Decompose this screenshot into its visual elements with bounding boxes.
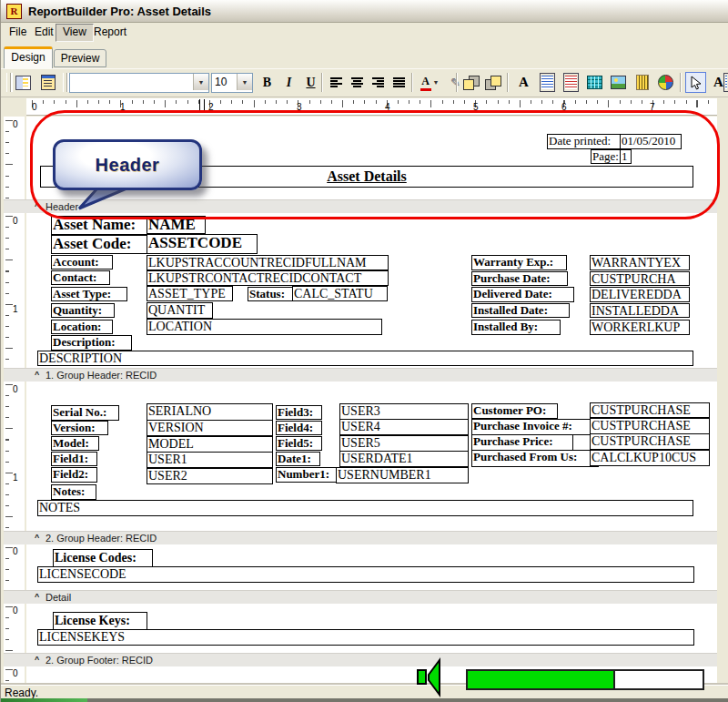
font-name-combo[interactable]: ▼ bbox=[69, 73, 209, 93]
warranty-exp-value-component[interactable]: WARRANTYEX bbox=[590, 255, 690, 270]
chevron-down-icon[interactable]: ▼ bbox=[433, 79, 440, 86]
description-label-component[interactable]: Description: bbox=[51, 335, 132, 351]
band-strip-group-footer[interactable]: ^ 2. Group Footer: RECID bbox=[4, 653, 717, 666]
contact-value-component[interactable]: LKUPSTRCONTACTRECIDCONTACT bbox=[147, 270, 389, 286]
field1-value-component[interactable]: USER1 bbox=[147, 452, 273, 468]
location-value-component[interactable]: LOCATION bbox=[147, 319, 382, 335]
customer-po-value-component[interactable]: CUSTPURCHASE bbox=[590, 402, 710, 418]
notes-label-component[interactable]: Notes: bbox=[51, 484, 96, 500]
menu-report[interactable]: Report bbox=[87, 24, 133, 41]
customer-po-label-component[interactable]: Customer PO: bbox=[471, 403, 558, 419]
collapse-band-icon[interactable]: ^ bbox=[35, 370, 39, 379]
select-tool-button[interactable] bbox=[685, 72, 706, 93]
font-size-value[interactable]: 10 bbox=[212, 74, 237, 92]
date1-value-component[interactable]: USERDATE1 bbox=[339, 451, 469, 467]
purchase-price-value-component[interactable]: CUSTPURCHASE bbox=[590, 433, 710, 450]
notes-value-component[interactable]: NOTES bbox=[37, 500, 693, 516]
contact-label-component[interactable]: Contact: bbox=[51, 270, 110, 285]
collapse-band-icon[interactable]: ^ bbox=[35, 655, 39, 664]
description-value-component[interactable]: DESCRIPTION bbox=[37, 351, 693, 366]
field4-value-component[interactable]: USER4 bbox=[339, 419, 469, 435]
serial-no-label-component[interactable]: Serial No.: bbox=[51, 405, 119, 421]
field1-label-component[interactable]: Field1: bbox=[51, 452, 97, 466]
field3-label-component[interactable]: Field3: bbox=[276, 405, 322, 420]
chevron-down-icon[interactable]: ▼ bbox=[237, 74, 252, 90]
quantity-label-component[interactable]: Quantity: bbox=[51, 303, 115, 318]
data-tree-button[interactable] bbox=[37, 72, 58, 93]
field2-label-component[interactable]: Field2: bbox=[51, 467, 97, 483]
installed-date-label-component[interactable]: Installed Date: bbox=[471, 303, 570, 318]
license-keys-label-component[interactable]: License Keys: bbox=[53, 612, 147, 630]
tab-design[interactable]: Design bbox=[4, 46, 53, 68]
field3-value-component[interactable]: USER3 bbox=[339, 403, 469, 420]
bring-to-front-button[interactable] bbox=[460, 72, 481, 93]
purchase-date-value-component[interactable]: CUSTPURCHA bbox=[590, 271, 690, 286]
app-icon[interactable]: R bbox=[6, 4, 22, 19]
version-value-component[interactable]: VERSION bbox=[147, 420, 273, 436]
purchased-from-us-label-component[interactable]: Purchased From Us: bbox=[471, 450, 599, 467]
warranty-exp-label-component[interactable]: Warranty Exp.: bbox=[471, 255, 567, 270]
status-label-component[interactable]: Status: bbox=[248, 287, 295, 301]
model-value-component[interactable]: MODEL bbox=[147, 436, 273, 453]
quantity-value-component[interactable]: QUANTIT bbox=[147, 302, 213, 319]
purchase-invoice-value-component[interactable]: CUSTPURCHASE bbox=[590, 418, 710, 434]
align-center-button[interactable] bbox=[347, 72, 368, 93]
band-strip-group-header-1[interactable]: ^ 1. Group Header: RECID bbox=[4, 368, 717, 382]
purchase-invoice-label-component[interactable]: Purchase Invoice #: bbox=[471, 419, 595, 435]
model-label-component[interactable]: Model: bbox=[51, 436, 99, 451]
send-to-back-button[interactable] bbox=[482, 72, 503, 93]
field2-value-component[interactable]: USER2 bbox=[147, 468, 273, 484]
number1-value-component[interactable]: USERNUMBER1 bbox=[336, 467, 469, 483]
purchased-from-us-value-component[interactable]: CALCLKUP10CUS bbox=[590, 450, 710, 466]
label-component-button[interactable]: A bbox=[513, 72, 534, 93]
installed-by-label-component[interactable]: Installed By: bbox=[471, 320, 561, 335]
number1-label-component[interactable]: Number1: bbox=[276, 467, 339, 483]
license-keys-value-component[interactable]: LICENSEKEYS bbox=[37, 629, 694, 646]
page-label-component[interactable]: Page: bbox=[591, 149, 622, 164]
date1-label-component[interactable]: Date1: bbox=[276, 452, 320, 466]
license-codes-label-component[interactable]: License Codes: bbox=[53, 549, 153, 567]
font-size-combo[interactable]: 10 ▼ bbox=[211, 73, 253, 93]
band-strip-group-header-2[interactable]: ^ 2. Group Header: RECID bbox=[4, 531, 717, 544]
field5-label-component[interactable]: Field5: bbox=[276, 436, 322, 451]
asset-type-value-component[interactable]: ASSET_TYPE bbox=[147, 286, 233, 301]
band-strip-detail[interactable]: ^ Detail bbox=[4, 590, 717, 604]
tab-preview[interactable]: Preview bbox=[54, 49, 106, 67]
asset-code-label-component[interactable]: Asset Code: bbox=[51, 235, 149, 254]
field5-value-component[interactable]: USER5 bbox=[339, 435, 469, 452]
font-name-value[interactable] bbox=[70, 74, 193, 92]
toolbar-grip[interactable] bbox=[6, 73, 11, 92]
underline-button[interactable]: U bbox=[300, 72, 321, 93]
account-value-component[interactable]: LKUPSTRACCOUNTRECIDFULLNAM bbox=[147, 255, 389, 270]
collapse-band-icon[interactable]: ^ bbox=[35, 533, 39, 542]
delivered-date-label-component[interactable]: Delivered Date: bbox=[471, 287, 574, 302]
memo-tool-button[interactable] bbox=[723, 72, 728, 93]
field4-label-component[interactable]: Field4: bbox=[276, 421, 322, 435]
date-printed-value-component[interactable]: 01/05/2010 bbox=[620, 134, 682, 149]
account-label-component[interactable]: Account: bbox=[51, 255, 113, 270]
calc-component-button[interactable] bbox=[584, 72, 605, 93]
image-component-button[interactable] bbox=[608, 72, 629, 93]
purchase-date-label-component[interactable]: Purchase Date: bbox=[471, 271, 568, 286]
align-left-button[interactable] bbox=[326, 72, 347, 93]
asset-name-label-component[interactable]: Asset Name: bbox=[51, 216, 149, 235]
font-color-button[interactable]: A ▼ bbox=[416, 72, 443, 93]
align-justify-button[interactable] bbox=[389, 72, 410, 93]
asset-name-value-component[interactable]: NAME bbox=[147, 216, 206, 234]
collapse-band-icon[interactable]: ^ bbox=[35, 201, 39, 210]
version-label-component[interactable]: Version: bbox=[51, 421, 108, 435]
license-codes-value-component[interactable]: LICENSECODE bbox=[37, 566, 694, 583]
serial-no-value-component[interactable]: SERIALNO bbox=[147, 403, 273, 421]
memo-component-button[interactable] bbox=[537, 72, 558, 93]
bold-button[interactable]: B bbox=[257, 72, 278, 93]
align-right-button[interactable] bbox=[368, 72, 389, 93]
asset-code-value-component[interactable]: ASSETCODE bbox=[147, 234, 258, 254]
collapse-band-icon[interactable]: ^ bbox=[35, 592, 39, 601]
richtext-component-button[interactable] bbox=[561, 72, 581, 93]
toolbar-grip[interactable] bbox=[63, 73, 67, 92]
italic-button[interactable]: I bbox=[278, 72, 299, 93]
installed-by-value-component[interactable]: WORKERLKUP bbox=[590, 320, 690, 335]
asset-type-label-component[interactable]: Asset Type: bbox=[51, 287, 127, 301]
status-value-component[interactable]: CALC_STATU bbox=[292, 286, 388, 301]
page-number-component[interactable]: 1 bbox=[620, 149, 632, 164]
